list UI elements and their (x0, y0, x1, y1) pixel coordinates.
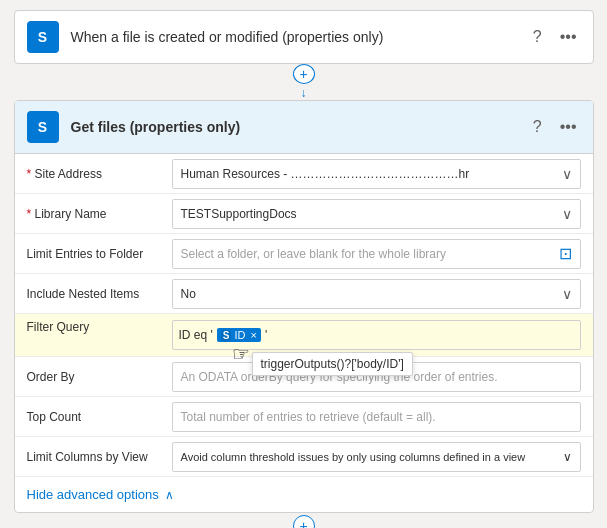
action-more-button[interactable]: ••• (556, 116, 581, 138)
site-address-label: Site Address (27, 167, 172, 181)
action-card-header: S Get files (properties only) ? ••• (15, 101, 593, 154)
trigger-card: S When a file is created or modified (pr… (14, 10, 594, 64)
advanced-toggle-label: Hide advanced options (27, 487, 159, 502)
limit-entries-label: Limit Entries to Folder (27, 247, 172, 261)
top-add-button[interactable]: + (293, 64, 315, 84)
library-name-control: TESTSupportingDocs ∨ (172, 199, 581, 229)
filter-query-row: Filter Query ID eq ' S ID × ' ☞ triggerO… (15, 314, 593, 357)
filter-query-control: ID eq ' S ID × ' ☞ triggerOutputs()?['bo… (172, 320, 581, 350)
include-nested-control: No ∨ (172, 279, 581, 309)
trigger-help-button[interactable]: ? (529, 26, 546, 48)
include-nested-label: Include Nested Items (27, 287, 172, 301)
trigger-icon: S (27, 21, 59, 53)
token-close-button[interactable]: × (250, 329, 256, 341)
action-icon: S (27, 111, 59, 143)
site-address-row: Site Address Human Resources - ………………………… (15, 154, 593, 194)
include-nested-dropdown[interactable]: No ∨ (172, 279, 581, 309)
library-name-row: Library Name TESTSupportingDocs ∨ (15, 194, 593, 234)
limit-columns-chevron: ∨ (563, 450, 572, 464)
top-count-row: Top Count Total number of entries to ret… (15, 397, 593, 437)
action-card: S Get files (properties only) ? ••• Site… (14, 100, 594, 513)
top-count-label: Top Count (27, 410, 172, 424)
site-address-chevron: ∨ (562, 166, 572, 182)
site-address-dropdown[interactable]: Human Resources - ……………………………………hr ∨ (172, 159, 581, 189)
include-nested-row: Include Nested Items No ∨ (15, 274, 593, 314)
filter-query-tooltip: triggerOutputs()?['body/ID'] (252, 352, 413, 376)
top-arrow: ↓ (301, 86, 307, 100)
limit-entries-row: Limit Entries to Folder Select a folder,… (15, 234, 593, 274)
filter-query-label: Filter Query (27, 320, 172, 334)
form-body: Site Address Human Resources - ………………………… (15, 154, 593, 512)
limit-entries-input[interactable]: Select a folder, or leave blank for the … (172, 239, 581, 269)
token-label: ID (234, 329, 245, 341)
hide-advanced-toggle[interactable]: Hide advanced options ∧ (15, 477, 593, 512)
action-title: Get files (properties only) (71, 119, 529, 135)
trigger-actions: ? ••• (529, 26, 581, 48)
limit-entries-control: Select a folder, or leave blank for the … (172, 239, 581, 269)
top-count-input[interactable]: Total number of entries to retrieve (def… (172, 402, 581, 432)
include-nested-chevron: ∨ (562, 286, 572, 302)
library-name-dropdown[interactable]: TESTSupportingDocs ∨ (172, 199, 581, 229)
fq-suffix: ' (265, 328, 267, 342)
filter-query-input[interactable]: ID eq ' S ID × ' (172, 320, 581, 350)
library-name-label: Library Name (27, 207, 172, 221)
site-address-control: Human Resources - ……………………………………hr ∨ (172, 159, 581, 189)
order-by-label: Order By (27, 370, 172, 384)
top-connector: + ↓ (293, 64, 315, 100)
limit-columns-dropdown[interactable]: Avoid column threshold issues by only us… (172, 442, 581, 472)
trigger-more-button[interactable]: ••• (556, 26, 581, 48)
folder-icon: ⊡ (559, 244, 572, 263)
limit-columns-control: Avoid column threshold issues by only us… (172, 442, 581, 472)
action-actions: ? ••• (529, 116, 581, 138)
trigger-title: When a file is created or modified (prop… (71, 29, 529, 45)
limit-columns-row: Limit Columns by View Avoid column thres… (15, 437, 593, 477)
limit-columns-label: Limit Columns by View (27, 450, 172, 464)
fq-token: S ID × (217, 328, 261, 342)
library-name-chevron: ∨ (562, 206, 572, 222)
bottom-add-button[interactable]: + (293, 515, 315, 528)
top-count-control: Total number of entries to retrieve (def… (172, 402, 581, 432)
advanced-toggle-chevron: ∧ (165, 488, 174, 502)
action-help-button[interactable]: ? (529, 116, 546, 138)
fq-prefix: ID eq ' (179, 328, 213, 342)
bottom-connector: + ↓ (293, 513, 315, 528)
token-icon: S (221, 330, 232, 341)
